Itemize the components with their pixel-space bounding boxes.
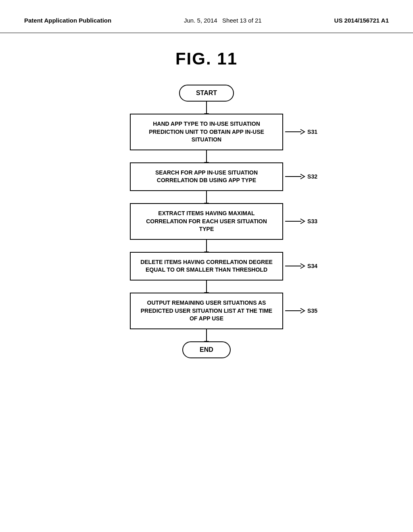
s32-connector-icon	[285, 172, 307, 181]
header-date-sheet: Jun. 5, 2014 Sheet 13 of 21	[184, 16, 262, 25]
s35-connector-icon	[285, 307, 307, 315]
header-date: Jun. 5, 2014	[184, 17, 217, 24]
step-s33-box: EXTRACT ITEMS HAVING MAXIMAL CORRELATION…	[130, 203, 283, 240]
s31-label: S31	[307, 129, 317, 135]
flowchart: START HAND APP TYPE TO IN-USE SITUATION …	[130, 85, 283, 358]
arrow-6	[206, 329, 207, 341]
end-node-row: END	[182, 341, 231, 358]
step-s33-row: EXTRACT ITEMS HAVING MAXIMAL CORRELATION…	[130, 203, 283, 240]
s35-label-group: S35	[285, 307, 317, 315]
s33-connector-icon	[285, 217, 307, 225]
s35-label: S35	[307, 308, 317, 314]
arrow-3	[206, 191, 207, 203]
s33-label-group: S33	[285, 217, 317, 225]
arrow-5	[206, 281, 207, 293]
figure-title: FIG. 11	[175, 49, 238, 69]
step-s35-row: OUTPUT REMAINING USER SITUATIONS AS PRED…	[130, 293, 283, 329]
step-s32-row: SEARCH FOR APP IN-USE SITUATION CORRELAT…	[130, 162, 283, 191]
arrow-1	[206, 102, 207, 114]
s32-label-group: S32	[285, 172, 317, 181]
page-header: Patent Application Publication Jun. 5, 2…	[0, 0, 413, 33]
s31-connector-icon	[285, 128, 307, 136]
header-publication-label: Patent Application Publication	[24, 16, 111, 25]
step-s31-box: HAND APP TYPE TO IN-USE SITUATION PREDIC…	[130, 114, 283, 150]
start-node-row: START	[179, 85, 234, 102]
s33-label: S33	[307, 218, 317, 224]
s32-label: S32	[307, 173, 317, 180]
step-s35-box: OUTPUT REMAINING USER SITUATIONS AS PRED…	[130, 293, 283, 329]
s34-label: S34	[307, 263, 317, 269]
s34-connector-icon	[285, 262, 307, 270]
header-sheet: Sheet 13 of 21	[222, 17, 262, 24]
step-s34-box: DELETE ITEMS HAVING CORRELATION DEGREE E…	[130, 252, 283, 281]
s34-label-group: S34	[285, 262, 317, 270]
start-node: START	[179, 85, 234, 102]
s31-label-group: S31	[285, 128, 317, 136]
arrow-2	[206, 150, 207, 162]
step-s31-row: HAND APP TYPE TO IN-USE SITUATION PREDIC…	[130, 114, 283, 150]
header-patent-number: US 2014/156721 A1	[334, 16, 389, 25]
arrow-4	[206, 240, 207, 252]
step-s34-row: DELETE ITEMS HAVING CORRELATION DEGREE E…	[130, 252, 283, 281]
step-s32-box: SEARCH FOR APP IN-USE SITUATION CORRELAT…	[130, 162, 283, 191]
end-node: END	[182, 341, 231, 358]
main-content: FIG. 11 START HAND APP TYPE TO IN-USE SI…	[0, 33, 413, 358]
